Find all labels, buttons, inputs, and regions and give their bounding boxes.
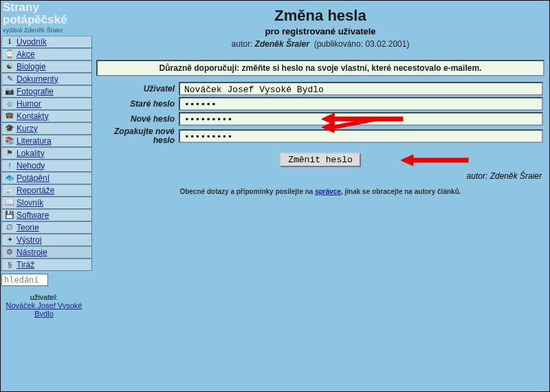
label-new-password: Nové heslo: [95, 114, 179, 124]
menu-label: Software: [16, 210, 49, 220]
author-line: autor: Zdeněk Šraier: [95, 171, 546, 181]
menu-icon: !: [5, 162, 14, 170]
site-publisher: vydává Zdeněk Šraier: [1, 27, 92, 36]
menu-icon: ℹ: [5, 37, 14, 46]
menu-item-reportáže[interactable]: 📰Reportáže: [1, 184, 92, 197]
menu-item-výstroj[interactable]: ✦Výstroj: [1, 234, 92, 246]
repeat-password-field[interactable]: •••••••••: [179, 129, 543, 143]
menu-label: Humor: [16, 99, 41, 109]
menu-label: Kontakty: [16, 111, 49, 121]
menu-icon: 🐟: [5, 173, 14, 182]
menu-icon: ⌚: [5, 50, 14, 58]
search-input[interactable]: [1, 274, 48, 286]
menu-item-potápění[interactable]: 🐟Potápění: [1, 172, 92, 184]
menu-icon: ✦: [5, 235, 14, 244]
new-password-field[interactable]: •••••••••: [179, 112, 543, 126]
menu-item-kurzy[interactable]: 🎓Kurzy: [1, 122, 92, 135]
menu-icon: ✎: [5, 74, 14, 83]
user-field[interactable]: Nováček Josef Vysoké Bydlo: [179, 82, 543, 96]
menu-label: Teorie: [16, 223, 39, 232]
menu-label: Nehody: [16, 161, 45, 171]
menu-icon: ⚑: [5, 149, 14, 157]
menu-icon: 📚: [5, 136, 14, 145]
menu-icon: ☺: [5, 100, 14, 108]
byline: autor: Zdeněk Šraier (publikováno: 03.02…: [95, 39, 546, 49]
user-block: uživatel: Nováček Josef Vysoké Bydlo: [1, 293, 87, 318]
page-subtitle: pro registrované uživatele: [95, 26, 546, 36]
admin-link[interactable]: správce: [315, 188, 341, 195]
menu-icon: 📷: [5, 87, 14, 96]
menu-label: Úvodník: [16, 37, 47, 47]
menu-icon: 📰: [5, 186, 14, 195]
warning-bar: Důrazně doporučuji: změňte si heslo na s…: [96, 60, 544, 76]
label-old-password: Staré heslo: [95, 99, 179, 109]
old-password-field[interactable]: ••••••: [179, 97, 543, 111]
menu-item-slovník[interactable]: 📖Slovník: [1, 197, 92, 209]
menu-item-lokality[interactable]: ⚑Lokality: [1, 147, 92, 160]
search-box: [1, 274, 84, 286]
menu-item-nehody[interactable]: !Nehody: [1, 160, 92, 172]
menu-label: Reportáže: [16, 186, 54, 195]
menu-label: Biologie: [16, 62, 46, 72]
submit-button[interactable]: Změnit heslo: [280, 153, 361, 167]
menu-label: Tiráž: [16, 260, 34, 270]
menu-item-nástroje[interactable]: ⚙Nástroje: [1, 246, 92, 259]
menu-label: Nástroje: [16, 248, 47, 257]
menu-item-akce[interactable]: ⌚Akce: [1, 48, 92, 61]
label-user: Uživatel: [95, 84, 179, 94]
menu-icon: 📖: [5, 198, 14, 207]
label-repeat-password: Zopakujte nové heslo: [95, 127, 179, 144]
menu-icon: ☎: [5, 111, 14, 120]
menu-item-tiráž[interactable]: §Tiráž: [1, 259, 92, 271]
menu-item-dokumenty[interactable]: ✎Dokumenty: [1, 73, 92, 85]
menu-icon: §: [5, 261, 14, 269]
menu-label: Fotografie: [16, 87, 54, 96]
user-link[interactable]: Nováček Josef Vysoké Bydlo: [6, 301, 82, 318]
menu-item-teorie[interactable]: ∅Teorie: [1, 221, 92, 234]
menu-label: Literatura: [16, 136, 52, 146]
menu-item-úvodník[interactable]: ℹÚvodník: [1, 36, 92, 48]
menu-item-fotografie[interactable]: 📷Fotografie: [1, 85, 92, 98]
svg-rect-6: [413, 158, 468, 162]
menu-label: Lokality: [16, 149, 45, 158]
arrow-icon: [401, 153, 476, 168]
menu-label: Výstroj: [16, 235, 42, 245]
menu-icon: ⚙: [5, 248, 14, 257]
menu-item-humor[interactable]: ☺Humor: [1, 98, 92, 110]
footer-note: Obecné dotazy a připomínky posílejte na …: [95, 188, 546, 195]
menu-label: Kurzy: [16, 124, 38, 133]
menu-item-biologie[interactable]: ☯Biologie: [1, 61, 92, 73]
menu-icon: ☯: [5, 62, 14, 71]
menu-item-kontakty[interactable]: ☎Kontakty: [1, 110, 92, 122]
menu-label: Potápění: [16, 173, 50, 183]
menu-label: Dokumenty: [16, 74, 58, 84]
svg-marker-5: [401, 155, 413, 166]
menu-item-software[interactable]: 💾Software: [1, 209, 92, 221]
menu-icon: 💾: [5, 210, 14, 219]
menu-icon: 🎓: [5, 124, 14, 133]
menu-icon: ∅: [5, 223, 14, 232]
page-title: Změna hesla: [95, 7, 546, 25]
site-title: Strany potápěčské: [1, 1, 92, 27]
menu-item-literatura[interactable]: 📚Literatura: [1, 135, 92, 147]
menu-label: Akce: [16, 50, 35, 59]
menu-label: Slovník: [16, 198, 43, 208]
